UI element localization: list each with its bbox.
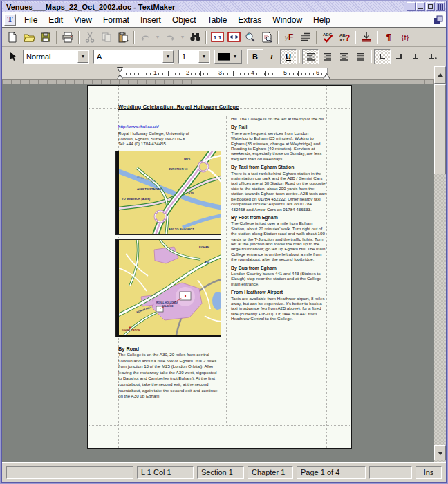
undo-button[interactable] [137,30,153,45]
title-bar[interactable]: Venues___Maps_22_Oct_2002.doc - TextMake… [2,1,446,12]
svg-text:1:1: 1:1 [213,35,221,41]
italic-button[interactable]: I [263,49,280,64]
tab-left-button[interactable] [374,49,391,64]
object-mode-button[interactable] [4,49,21,64]
cut-button[interactable] [82,30,98,45]
menu-object[interactable]: Object [167,14,202,26]
scrollbar-thumb[interactable] [434,84,446,174]
font-color-picker[interactable]: ▼ [214,50,242,64]
undo-dropdown[interactable]: ▼ [153,30,162,45]
redo-dropdown[interactable]: ▼ [178,30,187,45]
restore-document-icon[interactable] [433,15,443,25]
page-indicator[interactable]: Page 1 of 4 [297,466,366,479]
svg-text:A30: A30 [188,192,194,195]
paragraph-format-button[interactable] [297,30,314,45]
print-button[interactable] [59,30,76,45]
svg-text:TO WINDSOR (A308): TO WINDSOR (A308) [122,197,151,201]
find-button[interactable] [187,30,203,45]
rhul-link[interactable]: http://www.rhul.ac.uk/ [118,124,221,129]
open-button[interactable] [21,30,37,45]
right-column: Hill. The College is on the left at the … [231,116,326,322]
align-left-button[interactable] [302,49,319,64]
chevron-down-icon[interactable]: ▼ [198,50,209,63]
motorway-map-image[interactable]: M25 JUNCTION 13 A308 TO STAINES TO WINDS… [115,151,221,235]
svg-text:A30: A30 [205,261,210,264]
menu-insert[interactable]: Insert [135,14,167,26]
section-indicator[interactable]: Section 1 [197,466,244,479]
vertical-scrollbar[interactable] [434,84,446,462]
svg-text:M25: M25 [184,158,190,161]
menu-help[interactable]: Help [308,14,336,26]
fit-width-button[interactable] [225,30,242,45]
save-button[interactable] [37,30,54,45]
font-size-combo[interactable]: 1 ▼ [178,50,210,64]
chevron-down-icon: ▼ [180,35,185,39]
indent-marker-left[interactable] [117,67,123,80]
by-taxi-paragraph: There is a taxi rank behind Egham statio… [231,171,326,212]
font-combo[interactable]: A ▼ [93,50,174,64]
menu-table[interactable]: Table [202,14,233,26]
window-controls [404,2,445,11]
menu-format[interactable]: Format [97,14,135,26]
copy-button[interactable] [98,30,115,45]
document-system-menu-button[interactable]: T [4,14,16,26]
zoom-100-icon: 1:1 [211,32,224,42]
formatting-marks-button[interactable]: ¶ [380,30,397,45]
redo-button[interactable] [162,30,178,45]
thesaurus-button[interactable]: ABXY? [336,30,353,45]
chapter-indicator[interactable]: Chapter 1 [248,466,293,479]
menu-extras[interactable]: Extras [232,14,267,26]
status-bar: L 1 Col 1 Section 1 Chapter 1 Page 1 of … [2,462,446,482]
insert-mode-indicator[interactable]: Ins [416,466,442,479]
zoom-button[interactable] [242,30,259,45]
scroll-up-button[interactable] [434,66,446,84]
new-document-button[interactable] [4,30,21,45]
fit-width-icon [227,32,241,42]
paste-clipboard-icon [118,32,129,43]
print-preview-button[interactable] [259,30,275,45]
column-guide-strip [2,79,434,84]
line-col-indicator[interactable]: L 1 Col 1 [137,466,194,479]
by-bus-heading: By Bus from Egham [231,266,326,270]
ruler[interactable]: 1 2 3 4 5 6 [2,66,446,84]
maximize-button[interactable] [426,2,435,11]
tab-center-button[interactable] [407,49,424,64]
align-right-button[interactable] [319,49,335,64]
document-page[interactable]: Wedding Celebration: Royal Holloway Coll… [87,85,352,449]
scroll-down-button[interactable] [434,445,446,460]
font-value: A [97,53,162,61]
align-center-button[interactable] [335,49,352,64]
tab-decimal-button[interactable] [424,49,440,64]
tab-left-icon [377,52,387,61]
by-road-heading: By Road [118,346,221,351]
ruler-scale[interactable]: 1 2 3 4 5 6 [120,68,328,78]
maximize-icon [428,4,433,9]
zoom-100-button[interactable]: 1:1 [209,30,225,45]
go-to-end-button[interactable] [358,30,375,45]
underline-button[interactable]: U [280,49,297,64]
menu-edit[interactable]: Edit [43,14,68,26]
document-heading: Wedding Celebration: Royal Holloway Coll… [118,104,239,110]
close-button[interactable] [436,2,445,11]
address-block: Royal Holloway College, University of Lo… [118,131,221,146]
document-workspace[interactable]: Wedding Celebration: Royal Holloway Coll… [2,84,446,462]
justify-button[interactable] [352,49,368,64]
chevron-down-icon[interactable]: ▼ [77,50,88,63]
field-functions-button[interactable]: {f} [397,30,413,45]
shade-button[interactable] [407,2,416,11]
bold-button[interactable]: B [247,49,263,64]
window-title: Venues___Maps_22_Oct_2002.doc - TextMake… [3,3,179,11]
spell-check-button[interactable]: ABC [319,30,336,45]
minimize-button[interactable] [416,2,425,11]
paste-button[interactable] [115,30,131,45]
chevron-down-icon[interactable]: ▼ [162,50,174,63]
chevron-down-icon[interactable]: ▼ [232,50,239,63]
tab-right-button[interactable] [391,49,407,64]
menu-window[interactable]: Window [267,14,308,26]
paragraph-style-combo[interactable]: Normal ▼ [23,50,89,64]
menu-view[interactable]: View [68,14,97,26]
campus-map-image[interactable]: EGHAM A30 ROYAL HOLLOWAY COLLEGE EGHAM H… [115,239,221,337]
menu-file[interactable]: File [19,14,43,26]
ruler-half-ticks [120,71,327,76]
character-format-button[interactable]: yF [281,30,297,45]
